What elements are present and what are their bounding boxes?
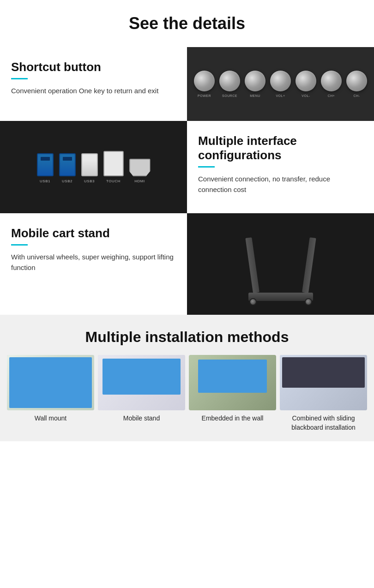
volplus-knob	[270, 71, 291, 91]
label-chplus: CH+	[321, 94, 342, 97]
mobile-stand-image	[98, 355, 185, 410]
blackboard-image	[280, 355, 367, 410]
installation-section: Multiple installation methods Wall mount…	[0, 315, 374, 441]
hdmi-label: HDMI	[129, 179, 151, 183]
hdmi-port	[129, 159, 151, 176]
port-labels-row: USB1 USB2 USB3 TOUCH HDMI	[37, 179, 151, 183]
installation-title: Multiple installation methods	[7, 329, 367, 346]
wall-mount-visual	[7, 355, 94, 410]
shortcut-buttons-visual: POWER SOURCE MENU VOL+ VOL- CH+ CH-	[187, 47, 374, 121]
page-title: See the details	[9, 14, 365, 33]
label-volplus: VOL+	[270, 94, 291, 97]
usb3-port	[81, 153, 98, 176]
shortcut-text-cell: Shortcut button Convenient operation One…	[0, 47, 187, 121]
interface-accent	[198, 166, 215, 168]
row-cart: Mobile cart stand With universal wheels,…	[0, 213, 374, 315]
usb3-label: USB3	[81, 179, 98, 183]
install-mobile-stand: Mobile stand	[98, 355, 185, 432]
cart-title: Mobile cart stand	[11, 226, 176, 240]
shortcut-accent	[11, 78, 28, 79]
cart-leg-right	[302, 237, 316, 293]
interface-title: Multiple interface configurations	[198, 134, 363, 162]
mobile-stand-visual	[98, 355, 185, 410]
install-wall-mount: Wall mount	[7, 355, 94, 432]
chminus-knob	[346, 71, 367, 91]
mobile-stand-label: Mobile stand	[123, 414, 160, 423]
button-labels: POWER SOURCE MENU VOL+ VOL- CH+ CH-	[194, 94, 367, 97]
source-knob	[219, 71, 240, 91]
menu-knob	[245, 71, 265, 91]
cart-leg-left	[245, 237, 259, 293]
usb2-label: USB2	[59, 179, 76, 183]
install-blackboard: Combined with sliding blackboard install…	[280, 355, 367, 432]
usb-ports-visual: USB1 USB2 USB3 TOUCH HDMI	[0, 121, 187, 213]
volminus-knob	[296, 71, 316, 91]
interface-text-cell: Multiple interface configurations Conven…	[187, 121, 374, 213]
blackboard-visual	[280, 355, 367, 410]
cart-stand-shape	[244, 222, 318, 306]
embedded-label: Embedded in the wall	[202, 414, 264, 423]
usb1-port	[37, 153, 54, 176]
port-row	[37, 151, 151, 176]
power-knob	[194, 71, 215, 91]
shortcut-desc: Convenient operation One key to return a…	[11, 86, 176, 96]
cart-desc: With universal wheels, super weighing, s…	[11, 252, 176, 273]
interface-desc: Convenient connection, no transfer, redu…	[198, 174, 363, 195]
cart-accent	[11, 244, 28, 246]
touch-port	[103, 151, 124, 176]
label-volminus: VOL-	[296, 94, 316, 97]
install-grid: Wall mount Mobile stand Embedded in the …	[7, 355, 367, 432]
page-header: See the details	[0, 0, 374, 42]
cart-base	[248, 293, 313, 301]
button-row	[194, 71, 367, 91]
cart-wheel-right	[305, 298, 312, 306]
install-embedded: Embedded in the wall	[189, 355, 276, 432]
embedded-image	[189, 355, 276, 410]
embedded-visual	[189, 355, 276, 410]
blackboard-label: Combined with sliding blackboard install…	[280, 414, 367, 432]
cart-stand-visual	[187, 213, 374, 315]
wall-mount-image	[7, 355, 94, 410]
label-source: SOURCE	[219, 94, 240, 97]
row-shortcut: Shortcut button Convenient operation One…	[0, 47, 374, 121]
usb-image-cell: USB1 USB2 USB3 TOUCH HDMI	[0, 121, 187, 213]
wall-mount-label: Wall mount	[35, 414, 67, 423]
cart-text-cell: Mobile cart stand With universal wheels,…	[0, 213, 187, 315]
label-menu: MENU	[245, 94, 265, 97]
usb2-port	[59, 153, 76, 176]
cart-wheel-left	[249, 298, 257, 306]
shortcut-image: POWER SOURCE MENU VOL+ VOL- CH+ CH-	[187, 47, 374, 121]
label-power: POWER	[194, 94, 215, 97]
row-interface: USB1 USB2 USB3 TOUCH HDMI Multiple inter…	[0, 121, 374, 213]
chplus-knob	[321, 71, 342, 91]
usb1-label: USB1	[37, 179, 54, 183]
cart-image-cell	[187, 213, 374, 315]
touch-label: TOUCH	[103, 179, 124, 183]
shortcut-title: Shortcut button	[11, 60, 176, 74]
label-chminus: CH-	[346, 94, 367, 97]
